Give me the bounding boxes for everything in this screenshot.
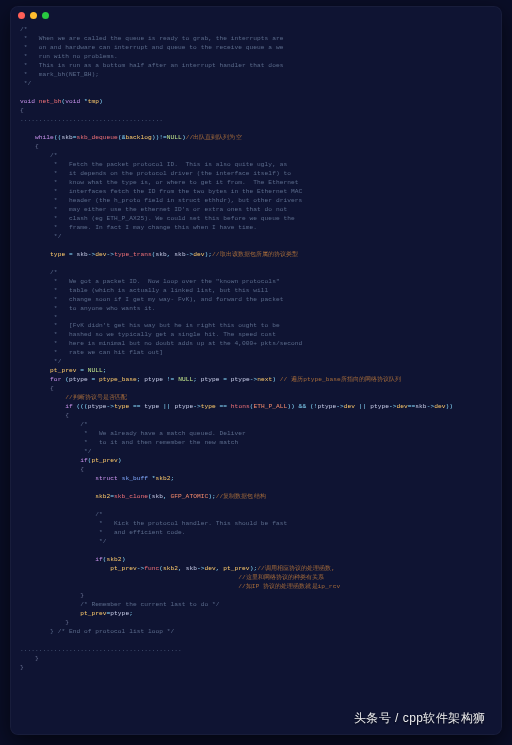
fn-name: net_bh xyxy=(39,98,62,105)
comment: * This is run as a bottom half after an … xyxy=(20,62,283,69)
minimize-icon[interactable] xyxy=(30,12,37,19)
comment: * on and hardware can interrupt and queu… xyxy=(20,44,283,51)
titlebar xyxy=(10,6,502,24)
close-icon[interactable] xyxy=(18,12,25,19)
keyword-if: if xyxy=(65,403,73,410)
keyword-while: while xyxy=(35,134,54,141)
comment: */ xyxy=(20,80,31,87)
editor-window: /* * When we are called the queue is rea… xyxy=(10,6,502,735)
comment: * run with no problems. xyxy=(20,53,118,60)
comment: * mark_bh(NET_BH); xyxy=(20,71,99,78)
zoom-icon[interactable] xyxy=(42,12,49,19)
code-block: /* * When we are called the queue is rea… xyxy=(20,26,496,673)
watermark: 头条号 / cpp软件架构狮 xyxy=(354,710,486,727)
comment: /* xyxy=(20,26,28,33)
ellipsis: ...................................... xyxy=(20,116,163,123)
keyword-void: void xyxy=(20,98,35,105)
brace: { xyxy=(20,107,24,114)
comment: * When we are called the queue is ready … xyxy=(20,35,283,42)
keyword-struct: struct xyxy=(95,475,118,482)
keyword-for: for xyxy=(50,376,61,383)
ellipsis: ........................................… xyxy=(20,646,182,653)
